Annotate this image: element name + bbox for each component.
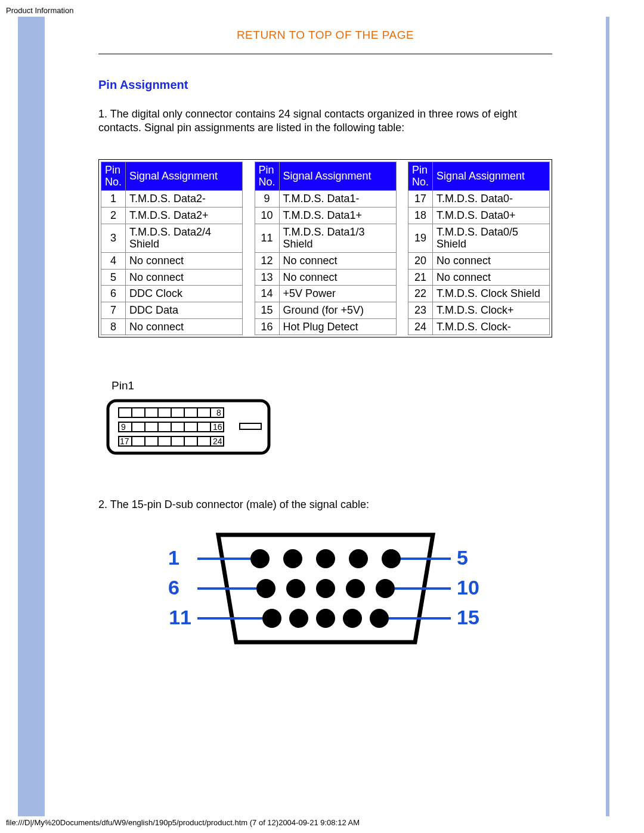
- svg-rect-25: [240, 423, 261, 429]
- th-pin: Pin No.: [408, 162, 433, 190]
- svg-rect-10: [132, 422, 145, 432]
- dvi-pin-9: 9: [121, 422, 126, 432]
- table-row: 19T.M.D.S. Data0/5 Shield: [408, 224, 550, 252]
- vga-label-11: 11: [169, 606, 191, 628]
- table-row: 3T.M.D.S. Data2/4 Shield: [101, 224, 243, 252]
- svg-rect-21: [171, 436, 184, 446]
- pin-tables-container: Pin No.Signal Assignment 1T.M.D.S. Data2…: [98, 159, 552, 338]
- svg-rect-7: [197, 408, 210, 417]
- th-sig: Signal Assignment: [126, 162, 243, 190]
- svg-point-30: [382, 549, 401, 568]
- svg-point-37: [289, 609, 308, 628]
- svg-rect-5: [171, 408, 184, 417]
- svg-point-33: [316, 579, 335, 598]
- svg-rect-19: [145, 436, 158, 446]
- table-row: 13No connect: [255, 269, 396, 286]
- pin-table-1: Pin No.Signal Assignment 1T.M.D.S. Data2…: [101, 162, 243, 336]
- dvi-pin-8: 8: [216, 408, 221, 417]
- table-row: 4No connect: [101, 252, 243, 269]
- dvi-connector-figure: Pin1 8 9 16 17 24: [98, 379, 552, 463]
- svg-point-39: [343, 609, 362, 628]
- dvi-pin1-label: Pin1: [112, 379, 552, 392]
- svg-point-28: [316, 549, 335, 568]
- svg-rect-14: [184, 422, 197, 432]
- table-row: 10T.M.D.S. Data1+: [255, 207, 396, 224]
- svg-rect-4: [158, 408, 171, 417]
- section-title: Pin Assignment: [98, 78, 552, 92]
- th-sig: Signal Assignment: [279, 162, 396, 190]
- vga-label-5: 5: [457, 546, 468, 569]
- dvi-pin-24: 24: [213, 436, 222, 446]
- table-row: 8No connect: [101, 318, 243, 335]
- svg-point-34: [346, 579, 365, 598]
- svg-rect-22: [184, 436, 197, 446]
- table-row: 5No connect: [101, 269, 243, 286]
- page-footer: file:///D|/My%20Documents/dfu/W9/english…: [6, 818, 360, 827]
- table-row: 23T.M.D.S. Clock+: [408, 302, 550, 318]
- svg-rect-2: [132, 408, 145, 417]
- svg-point-29: [349, 549, 368, 568]
- table-row: 15Ground (for +5V): [255, 302, 396, 318]
- dvi-pin-17: 17: [120, 436, 129, 446]
- table-row: 6DDC Clock: [101, 286, 243, 302]
- svg-point-26: [250, 549, 270, 568]
- table-row: 12No connect: [255, 252, 396, 269]
- svg-rect-11: [145, 422, 158, 432]
- svg-point-38: [316, 609, 335, 628]
- vga-label-10: 10: [457, 576, 479, 599]
- table-row: 1T.M.D.S. Data2-: [101, 191, 243, 208]
- th-pin: Pin No.: [101, 162, 126, 190]
- sidebar-accent-right: [606, 17, 609, 816]
- th-sig: Signal Assignment: [433, 162, 550, 190]
- svg-rect-6: [184, 408, 197, 417]
- table-row: 17T.M.D.S. Data0-: [408, 191, 550, 208]
- page-header: Product Information: [6, 6, 73, 15]
- svg-point-36: [262, 609, 281, 628]
- svg-point-35: [376, 579, 395, 598]
- svg-rect-18: [132, 436, 145, 446]
- table-row: 7DDC Data: [101, 302, 243, 318]
- intro-text-2: 2. The 15-pin D-sub connector (male) of …: [98, 498, 552, 511]
- pin-table-2: Pin No.Signal Assignment 9T.M.D.S. Data1…: [255, 162, 397, 336]
- svg-point-40: [370, 609, 389, 628]
- svg-rect-3: [145, 408, 158, 417]
- dvi-pin-16: 16: [213, 422, 222, 432]
- svg-rect-13: [171, 422, 184, 432]
- table-row: 22T.M.D.S. Clock Shield: [408, 286, 550, 302]
- svg-rect-20: [158, 436, 171, 446]
- table-row: 11T.M.D.S. Data1/3 Shield: [255, 224, 396, 252]
- svg-rect-12: [158, 422, 171, 432]
- table-row: 18T.M.D.S. Data0+: [408, 207, 550, 224]
- th-pin: Pin No.: [255, 162, 279, 190]
- table-row: 2T.M.D.S. Data2+: [101, 207, 243, 224]
- table-row: 24T.M.D.S. Clock-: [408, 318, 550, 335]
- svg-point-27: [283, 549, 302, 568]
- table-row: 9T.M.D.S. Data1-: [255, 191, 396, 208]
- pin-table-3: Pin No.Signal Assignment 17T.M.D.S. Data…: [408, 162, 550, 336]
- svg-point-32: [286, 579, 305, 598]
- vga-label-6: 6: [168, 576, 179, 599]
- intro-text-1: 1. The digital only connector contains 2…: [98, 107, 552, 135]
- return-to-top-link[interactable]: RETURN TO TOP OF THE PAGE: [237, 29, 414, 41]
- table-row: 20No connect: [408, 252, 550, 269]
- vga-label-1: 1: [168, 546, 179, 569]
- main-content: RETURN TO TOP OF THE PAGE Pin Assignment…: [45, 17, 606, 816]
- svg-rect-23: [197, 436, 210, 446]
- table-row: 16Hot Plug Detect: [255, 318, 396, 335]
- return-to-top-wrap: RETURN TO TOP OF THE PAGE: [98, 29, 552, 42]
- dvi-connector-icon: 8 9 16 17 24: [106, 397, 308, 460]
- vga-label-15: 15: [457, 606, 479, 628]
- svg-rect-1: [119, 408, 132, 417]
- table-row: 14+5V Power: [255, 286, 396, 302]
- divider: [98, 54, 552, 54]
- svg-rect-15: [197, 422, 210, 432]
- svg-point-31: [256, 579, 275, 598]
- vga-connector-icon: 1 6 11 5 10 15: [147, 523, 504, 654]
- sidebar-accent-left: [18, 17, 45, 816]
- table-row: 21No connect: [408, 269, 550, 286]
